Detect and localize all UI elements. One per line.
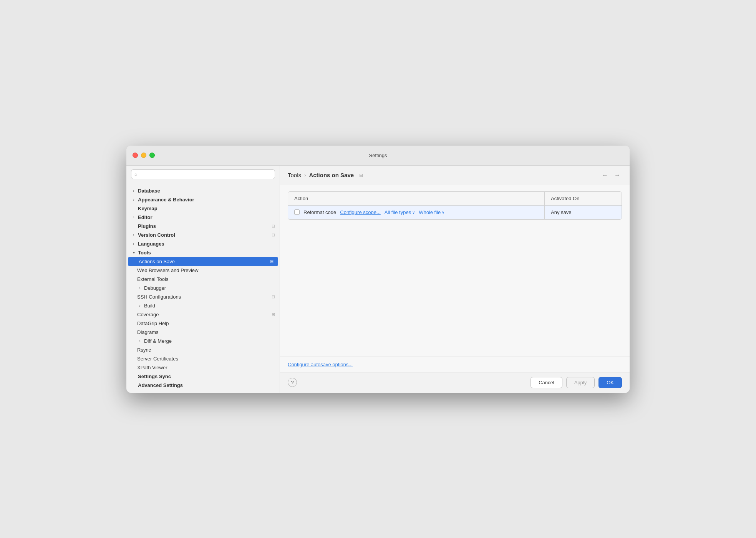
editor-chevron-icon: › [131, 214, 136, 220]
configure-scope-link[interactable]: Configure scope... [340, 209, 381, 215]
coverage-config-icon: ⊟ [272, 312, 275, 317]
breadcrumb-parent[interactable]: Tools [288, 172, 301, 178]
sidebar: ⌕ ›Database›Appearance & BehaviorKeymap›… [126, 166, 280, 393]
sidebar-item-label-appearance-behavior: Appearance & Behavior [138, 197, 275, 203]
cancel-button[interactable]: Cancel [531, 377, 562, 388]
traffic-lights [133, 153, 155, 158]
sidebar-item-plugins[interactable]: Plugins⊟ [126, 222, 280, 231]
panel-config-icon[interactable]: ⊟ [359, 173, 363, 178]
sidebar-item-label-external-tools: External Tools [137, 276, 275, 282]
main-content: ⌕ ›Database›Appearance & BehaviorKeymap›… [126, 166, 630, 393]
action-label-reformat: Reformat code [303, 209, 336, 215]
sidebar-item-label-web-browsers-preview: Web Browsers and Preview [137, 267, 275, 273]
sidebar-tree: ›Database›Appearance & BehaviorKeymap›Ed… [126, 183, 280, 393]
sidebar-item-external-tools[interactable]: External Tools [126, 275, 280, 284]
breadcrumb: Tools › Actions on Save ⊟ [288, 172, 363, 178]
sidebar-item-diff-merge[interactable]: ›Diff & Merge [126, 337, 280, 345]
sidebar-item-languages[interactable]: ›Languages [126, 239, 280, 248]
nav-arrows: ← → [600, 171, 622, 179]
panel-header: Tools › Actions on Save ⊟ ← → [280, 166, 630, 185]
column-header-action: Action [288, 192, 545, 205]
file-types-chevron-icon: ∨ [412, 210, 415, 214]
table-container: Action Activated On Reformat code Config… [288, 191, 622, 220]
sidebar-item-settings-sync[interactable]: Settings Sync [126, 372, 280, 381]
debugger-chevron-icon: › [137, 285, 143, 291]
search-input[interactable] [139, 171, 272, 177]
ok-button[interactable]: OK [598, 377, 622, 388]
sidebar-item-datagrip-help[interactable]: DataGrip Help [126, 319, 280, 328]
sidebar-item-actions-on-save[interactable]: Actions on Save⊟ [128, 257, 278, 266]
sidebar-item-web-browsers-preview[interactable]: Web Browsers and Preview [126, 266, 280, 275]
sidebar-item-label-rsync: Rsync [137, 347, 275, 353]
diff-merge-chevron-icon: › [137, 338, 143, 344]
version-control-config-icon: ⊟ [272, 232, 275, 237]
search-icon: ⌕ [134, 171, 137, 177]
search-input-wrapper[interactable]: ⌕ [131, 169, 275, 179]
sidebar-item-label-coverage: Coverage [137, 312, 270, 317]
breadcrumb-current: Actions on Save [309, 172, 354, 178]
sidebar-item-label-advanced-settings: Advanced Settings [138, 382, 275, 388]
sidebar-item-label-diagrams: Diagrams [137, 329, 275, 335]
plugins-config-icon: ⊟ [272, 224, 275, 229]
sidebar-item-ssh-configurations[interactable]: SSH Configurations⊟ [126, 292, 280, 301]
file-types-dropdown[interactable]: All file types ∨ [385, 209, 415, 215]
table-cell-activated-on: Any save [545, 206, 622, 219]
sidebar-item-database[interactable]: ›Database [126, 186, 280, 195]
sidebar-item-xpath-viewer[interactable]: XPath Viewer [126, 363, 280, 372]
sidebar-item-appearance-behavior[interactable]: ›Appearance & Behavior [126, 195, 280, 204]
sidebar-item-server-certificates[interactable]: Server Certificates [126, 354, 280, 363]
configure-autosave-link[interactable]: Configure autosave options... [288, 362, 353, 367]
breadcrumb-separator: › [304, 172, 306, 178]
help-button[interactable]: ? [288, 378, 297, 387]
footer-left: ? [288, 378, 297, 387]
sidebar-item-keymap[interactable]: Keymap [126, 204, 280, 213]
table-header: Action Activated On [288, 192, 622, 206]
window-title: Settings [369, 153, 387, 158]
whole-file-chevron-icon: ∨ [442, 210, 444, 214]
sidebar-item-label-diff-merge: Diff & Merge [144, 338, 275, 344]
ssh-configurations-config-icon: ⊟ [272, 294, 275, 299]
sidebar-item-label-editor: Editor [138, 214, 275, 220]
sidebar-item-tools[interactable]: ▾Tools [126, 248, 280, 257]
sidebar-item-editor[interactable]: ›Editor [126, 213, 280, 222]
version-control-chevron-icon: › [131, 232, 136, 237]
nav-forward-arrow[interactable]: → [613, 171, 622, 179]
activated-on-value: Any save [551, 209, 571, 215]
sidebar-item-label-tools: Tools [138, 250, 275, 256]
bottom-link-area: Configure autosave options... [280, 357, 630, 372]
close-button[interactable] [133, 153, 138, 158]
database-chevron-icon: › [131, 188, 136, 193]
sidebar-item-label-debugger: Debugger [144, 285, 275, 291]
maximize-button[interactable] [149, 153, 155, 158]
sidebar-item-label-version-control: Version Control [138, 232, 270, 238]
titlebar: Settings [126, 146, 630, 166]
apply-button[interactable]: Apply [566, 377, 595, 388]
reformat-code-checkbox[interactable] [294, 209, 300, 215]
minimize-button[interactable] [141, 153, 146, 158]
sidebar-item-label-languages: Languages [138, 241, 275, 247]
table-row: Reformat code Configure scope... All fil… [288, 206, 622, 219]
nav-back-arrow[interactable]: ← [600, 171, 610, 179]
sidebar-item-rsync[interactable]: Rsync [126, 345, 280, 354]
sidebar-item-label-plugins: Plugins [138, 223, 270, 229]
table-cell-action: Reformat code Configure scope... All fil… [288, 206, 545, 219]
sidebar-item-build[interactable]: ›Build [126, 301, 280, 310]
sidebar-item-diagrams[interactable]: Diagrams [126, 328, 280, 337]
sidebar-item-version-control[interactable]: ›Version Control⊟ [126, 231, 280, 239]
whole-file-dropdown[interactable]: Whole file ∨ [419, 209, 444, 215]
sidebar-item-debugger[interactable]: ›Debugger [126, 284, 280, 292]
sidebar-item-label-actions-on-save: Actions on Save [139, 259, 269, 264]
right-panel: Tools › Actions on Save ⊟ ← → Action [280, 166, 630, 393]
sidebar-item-label-database: Database [138, 188, 275, 194]
tools-chevron-icon: ▾ [131, 250, 136, 255]
sidebar-item-advanced-settings[interactable]: Advanced Settings [126, 381, 280, 390]
sidebar-item-label-keymap: Keymap [138, 206, 275, 211]
build-chevron-icon: › [137, 303, 143, 308]
actions-on-save-config-icon: ⊟ [270, 259, 274, 264]
sidebar-item-coverage[interactable]: Coverage⊟ [126, 310, 280, 319]
sidebar-item-label-datagrip-help: DataGrip Help [137, 320, 275, 326]
sidebar-item-label-ssh-configurations: SSH Configurations [137, 294, 270, 300]
search-box: ⌕ [126, 166, 280, 183]
column-header-activated-on: Activated On [545, 192, 622, 205]
languages-chevron-icon: › [131, 241, 136, 246]
